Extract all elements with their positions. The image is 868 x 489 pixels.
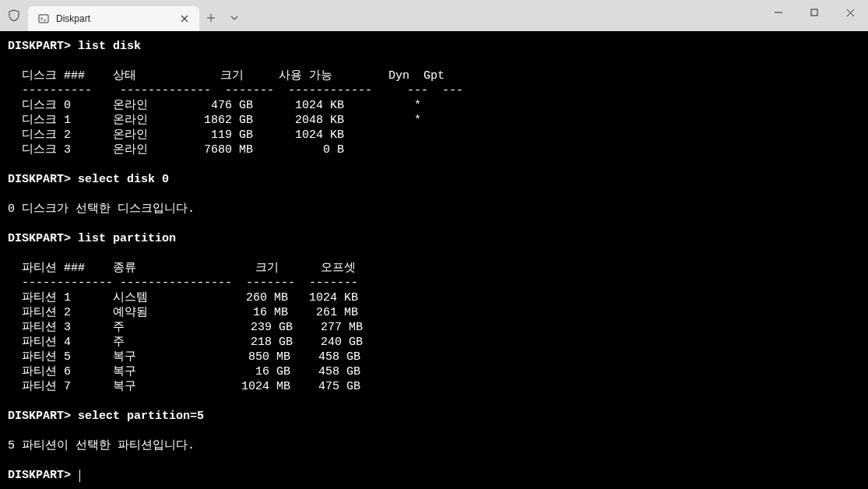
maximize-button[interactable]	[796, 0, 832, 25]
tab-title: Diskpart	[56, 13, 171, 24]
tab-dropdown-button[interactable]	[223, 6, 246, 30]
new-tab-button[interactable]	[199, 6, 223, 30]
titlebar: Diskpart	[0, 0, 868, 31]
minimize-button[interactable]	[761, 0, 796, 25]
svg-rect-0	[39, 15, 48, 23]
tab-close-button[interactable]	[177, 12, 192, 26]
svg-rect-7	[811, 9, 817, 16]
terminal-output[interactable]: DISKPART> list disk 디스크 ### 상태 크기 사용 가능 …	[0, 31, 868, 489]
terminal-icon	[37, 12, 50, 25]
tab-diskpart[interactable]: Diskpart	[28, 6, 199, 31]
close-button[interactable]	[832, 0, 868, 25]
window-controls	[761, 0, 868, 25]
shield-icon	[0, 0, 28, 31]
